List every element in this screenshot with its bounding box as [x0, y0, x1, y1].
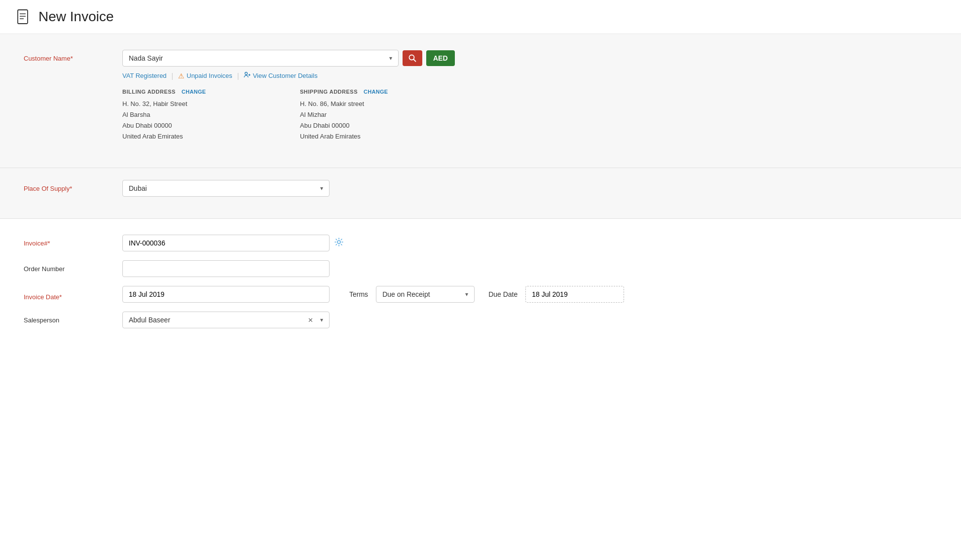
customer-links: VAT Registered | ⚠ Unpaid Invoices | Vie…	[122, 71, 937, 80]
terms-value: Due on Receipt	[382, 290, 430, 298]
order-num-label: Order Number	[24, 260, 122, 273]
svg-point-6	[245, 72, 248, 75]
date-terms-row: Terms Due on Receipt ▾ Due Date	[122, 286, 937, 303]
invoice-details-section: Invoice#* Order Number Invoice Date*	[0, 219, 961, 354]
svg-rect-0	[18, 10, 28, 24]
customer-select-row: Nada Sayir ▾ AED	[122, 50, 937, 67]
salesperson-select[interactable]: Abdul Baseer ✕ ▾	[122, 312, 330, 328]
place-of-supply-section: Place Of Supply* Dubai ▾	[0, 168, 961, 219]
salesperson-label: Salesperson	[24, 312, 122, 324]
order-num-row: Order Number	[24, 260, 937, 277]
customer-section: Customer Name* Nada Sayir ▾ AED VAT Reg	[0, 34, 961, 168]
invoice-date-input[interactable]	[122, 286, 330, 303]
unpaid-warning-icon: ⚠	[178, 72, 185, 80]
order-num-content	[122, 260, 937, 277]
shipping-address-block: SHIPPING ADDRESS CHANGE H. No. 86, Makir…	[300, 89, 438, 142]
shipping-address-title: SHIPPING ADDRESS	[300, 89, 358, 95]
billing-line2: Al Barsha	[122, 109, 260, 120]
salesperson-row: Salesperson Abdul Baseer ✕ ▾	[24, 312, 937, 328]
shipping-line3: Abu Dhabi 00000	[300, 120, 438, 131]
billing-address-block: BILLING ADDRESS CHANGE H. No. 32, Habir …	[122, 89, 260, 142]
invoice-num-content	[122, 235, 937, 251]
customer-name-value: Nada Sayir	[129, 54, 163, 62]
place-of-supply-value: Dubai	[129, 184, 147, 192]
svg-line-5	[414, 60, 416, 62]
place-of-supply-select[interactable]: Dubai ▾	[122, 180, 330, 197]
separator-1: |	[172, 72, 174, 80]
search-button[interactable]	[403, 50, 422, 66]
chevron-down-icon: ▾	[465, 291, 468, 298]
terms-select[interactable]: Due on Receipt ▾	[376, 286, 475, 303]
place-of-supply-content: Dubai ▾	[122, 180, 937, 197]
terms-label: Terms	[349, 290, 368, 298]
due-date-label: Due Date	[488, 290, 517, 298]
shipping-change-button[interactable]: CHANGE	[364, 89, 388, 95]
unpaid-invoices-link[interactable]: Unpaid Invoices	[186, 72, 232, 79]
invoice-num-input[interactable]	[122, 235, 330, 251]
view-customer-link[interactable]: View Customer Details	[253, 72, 317, 79]
invoice-date-row: Invoice Date* Terms Due on Receipt ▾ Due…	[24, 286, 937, 303]
page-title: New Invoice	[38, 9, 114, 25]
customer-form-content: Nada Sayir ▾ AED VAT Registered | ⚠ Unpa…	[122, 50, 937, 142]
order-num-input[interactable]	[122, 260, 330, 277]
salesperson-controls: ✕ ▾	[308, 316, 323, 324]
vat-registered-link[interactable]: VAT Registered	[122, 72, 167, 79]
shipping-line1: H. No. 86, Makir street	[300, 99, 438, 109]
clear-icon[interactable]: ✕	[308, 316, 313, 324]
svg-point-9	[337, 241, 340, 244]
chevron-down-icon: ▾	[320, 185, 323, 192]
billing-address-header: BILLING ADDRESS CHANGE	[122, 89, 260, 95]
place-of-supply-row: Place Of Supply* Dubai ▾	[24, 180, 937, 197]
billing-address-title: BILLING ADDRESS	[122, 89, 176, 95]
customer-name-row: Customer Name* Nada Sayir ▾ AED VAT Reg	[24, 50, 937, 142]
billing-line4: United Arab Emirates	[122, 131, 260, 142]
salesperson-value: Abdul Baseer	[129, 316, 170, 324]
shipping-address-text: H. No. 86, Makir street Al Mizhar Abu Dh…	[300, 99, 438, 142]
billing-line3: Abu Dhabi 00000	[122, 120, 260, 131]
billing-line1: H. No. 32, Habir Street	[122, 99, 260, 109]
addresses-row: BILLING ADDRESS CHANGE H. No. 32, Habir …	[122, 89, 937, 142]
chevron-down-icon: ▾	[320, 316, 323, 323]
shipping-line4: United Arab Emirates	[300, 131, 438, 142]
gear-icon[interactable]	[334, 238, 343, 249]
invoice-num-row: Invoice#*	[24, 235, 937, 251]
shipping-address-header: SHIPPING ADDRESS CHANGE	[300, 89, 438, 95]
salesperson-content: Abdul Baseer ✕ ▾	[122, 312, 937, 328]
view-customer-icon	[244, 71, 251, 80]
separator-2: |	[237, 72, 239, 80]
place-of-supply-label: Place Of Supply*	[24, 180, 122, 192]
invoice-num-input-row	[122, 235, 937, 251]
invoice-num-label: Invoice#*	[24, 235, 122, 247]
invoice-date-label: Invoice Date*	[24, 288, 122, 301]
shipping-line2: Al Mizhar	[300, 109, 438, 120]
page-header: New Invoice	[0, 0, 961, 34]
billing-change-button[interactable]: CHANGE	[182, 89, 206, 95]
chevron-down-icon: ▾	[389, 55, 392, 62]
customer-name-label: Customer Name*	[24, 50, 122, 62]
due-date-input[interactable]	[525, 286, 624, 303]
invoice-date-content: Terms Due on Receipt ▾ Due Date	[122, 286, 937, 303]
customer-name-select[interactable]: Nada Sayir ▾	[122, 50, 399, 67]
currency-button[interactable]: AED	[426, 50, 455, 66]
search-icon	[408, 54, 416, 62]
billing-address-text: H. No. 32, Habir Street Al Barsha Abu Dh…	[122, 99, 260, 142]
new-invoice-icon	[16, 9, 32, 25]
